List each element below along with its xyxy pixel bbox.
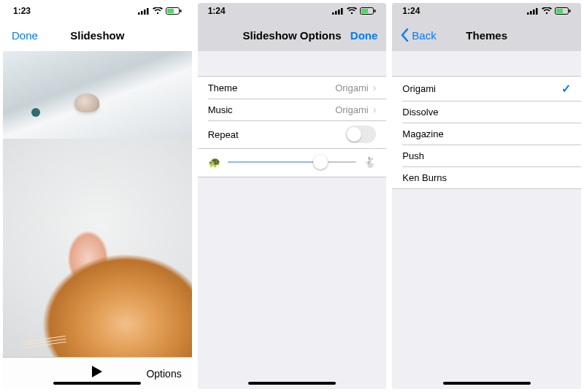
svg-rect-6 (180, 9, 181, 12)
status-icons (138, 7, 182, 15)
svg-rect-14 (374, 9, 376, 12)
slideshow-photo-preview (3, 51, 192, 139)
svg-rect-13 (361, 9, 368, 13)
slideshow-body (3, 51, 192, 357)
wifi-icon (542, 7, 552, 15)
cellular-icon (138, 7, 150, 15)
status-time: 1:24 (402, 6, 420, 16)
svg-rect-8 (332, 12, 334, 15)
svg-rect-3 (147, 8, 149, 15)
svg-rect-9 (335, 11, 337, 15)
speed-slider[interactable] (228, 161, 357, 163)
checkmark-icon: ✓ (561, 82, 571, 96)
play-button[interactable] (92, 366, 102, 381)
status-icons (332, 7, 376, 15)
repeat-toggle[interactable] (345, 126, 376, 143)
screen-themes: 1:24 Back Themes Origami ✓ Dissolve (392, 3, 581, 389)
theme-item-kenburns[interactable]: Ken Burns (392, 166, 581, 188)
nav-title: Slideshow (70, 29, 124, 42)
done-button[interactable]: Done (12, 19, 38, 51)
status-time: 1:24 (208, 6, 226, 16)
status-bar: 1:24 (198, 3, 387, 19)
hare-icon: 🐇 (364, 156, 376, 168)
home-indicator[interactable] (53, 382, 141, 385)
theme-label: Ken Burns (402, 172, 447, 183)
svg-rect-20 (556, 9, 563, 13)
theme-item-push[interactable]: Push (392, 145, 581, 166)
svg-rect-2 (144, 9, 146, 15)
row-theme[interactable]: Theme Origami › (198, 77, 387, 99)
svg-marker-7 (92, 366, 102, 377)
sheet-spacer (198, 51, 387, 76)
chevron-left-icon (401, 28, 409, 42)
sheet-spacer (392, 51, 581, 76)
tortoise-icon: 🐢 (208, 156, 220, 168)
svg-rect-21 (569, 9, 571, 12)
nav-title: Slideshow Options (243, 29, 342, 42)
row-label: Repeat (208, 129, 239, 140)
speed-slider-row: 🐢 🐇 (198, 149, 387, 177)
screen-slideshow-options: 1:24 Slideshow Options Done Theme Origam… (198, 3, 387, 389)
svg-rect-16 (530, 11, 532, 15)
svg-rect-11 (341, 8, 343, 15)
row-repeat: Repeat (198, 120, 387, 148)
row-label: Music (208, 104, 233, 115)
nav-bar: Done Slideshow (3, 19, 192, 51)
theme-label: Dissolve (402, 107, 438, 118)
chevron-right-icon: › (373, 82, 377, 93)
themes-table: Origami ✓ Dissolve Magazine Push Ken Bur… (392, 76, 581, 189)
screen-slideshow: 1:23 Done Slideshow Options (3, 3, 192, 389)
back-button[interactable]: Back (401, 19, 436, 51)
svg-rect-15 (527, 12, 529, 15)
row-value: Origami (335, 104, 369, 115)
svg-rect-5 (167, 9, 174, 13)
empty-area (392, 189, 581, 389)
slideshow-photo-current[interactable] (3, 139, 192, 357)
status-bar: 1:23 (3, 3, 192, 19)
sheet-nav-bar: Slideshow Options Done (198, 19, 387, 51)
sheet-nav-bar: Back Themes (392, 19, 581, 51)
back-label: Back (412, 29, 436, 42)
row-label: Theme (208, 82, 237, 93)
battery-icon (360, 7, 376, 15)
status-time: 1:23 (13, 6, 31, 16)
battery-icon (166, 7, 182, 15)
cellular-icon (332, 7, 344, 15)
empty-area (198, 177, 387, 389)
svg-rect-0 (138, 12, 140, 15)
svg-rect-1 (141, 11, 143, 15)
svg-rect-10 (338, 9, 340, 15)
theme-item-dissolve[interactable]: Dissolve (392, 101, 581, 123)
home-indicator[interactable] (443, 382, 531, 385)
nav-title: Themes (466, 29, 507, 42)
svg-rect-18 (536, 8, 538, 15)
wifi-icon (153, 7, 163, 15)
battery-icon (555, 7, 571, 15)
home-indicator[interactable] (248, 382, 336, 385)
play-icon (92, 366, 102, 377)
slider-thumb[interactable] (313, 155, 328, 169)
status-bar: 1:24 (392, 3, 581, 19)
cellular-icon (527, 7, 539, 15)
options-button[interactable]: Options (146, 368, 181, 380)
theme-item-origami[interactable]: Origami ✓ (392, 77, 581, 101)
row-value: Origami (335, 82, 369, 93)
chevron-right-icon: › (373, 104, 377, 115)
svg-rect-17 (533, 9, 535, 15)
theme-label: Push (402, 150, 424, 161)
status-icons (527, 7, 571, 15)
options-table: Theme Origami › Music Origami › Repeat (198, 76, 387, 149)
theme-label: Magazine (402, 128, 443, 139)
row-music[interactable]: Music Origami › (198, 99, 387, 120)
wifi-icon (347, 7, 357, 15)
theme-item-magazine[interactable]: Magazine (392, 123, 581, 145)
done-button[interactable]: Done (350, 19, 378, 51)
theme-label: Origami (402, 83, 436, 94)
